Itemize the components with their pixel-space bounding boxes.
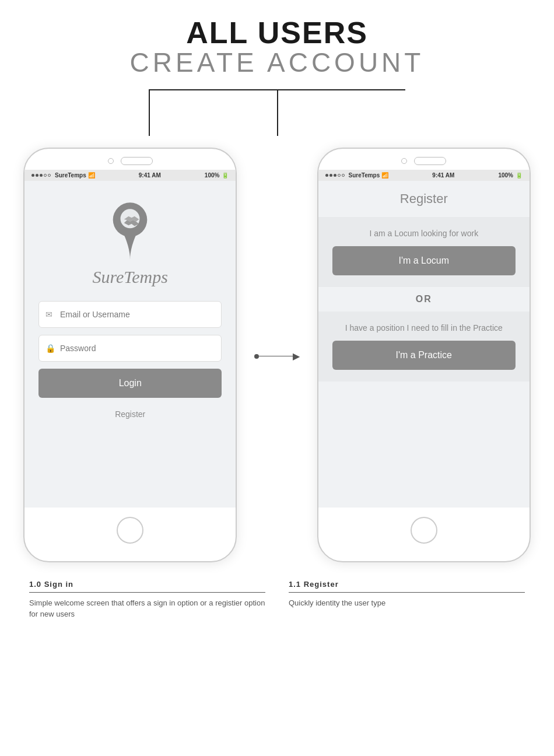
arrow-connector: ▶ bbox=[254, 352, 299, 361]
phone1-time: 9:41 AM bbox=[139, 172, 161, 178]
dot2 bbox=[36, 174, 38, 177]
phone2-status-bar: SureTemps 📶 9:41 AM 100% 🔋 bbox=[318, 170, 530, 181]
phone2-camera bbox=[401, 158, 407, 164]
phone2-status-right: 100% 🔋 bbox=[498, 172, 523, 178]
phone1-top bbox=[24, 149, 236, 170]
bracket-center-line bbox=[277, 89, 278, 136]
password-input-wrapper[interactable]: 🔒 bbox=[38, 335, 222, 362]
phone2-home-area bbox=[318, 508, 530, 555]
phone1-carrier: SureTemps bbox=[55, 172, 86, 178]
phone2-battery-pct: 100% bbox=[498, 172, 513, 178]
phone1-battery-pct: 100% bbox=[205, 172, 220, 178]
bottom-col-2: 1.1 Register Quickly identity the user t… bbox=[289, 580, 525, 620]
arrow-line bbox=[259, 356, 292, 356]
email-input-wrapper[interactable]: ✉ bbox=[38, 301, 222, 328]
login-screen: SureTemps ✉ 🔒 Login Register bbox=[24, 181, 236, 508]
phone1-status-left: SureTemps 📶 bbox=[31, 172, 95, 178]
dot2 bbox=[329, 174, 332, 177]
password-input[interactable] bbox=[38, 335, 222, 362]
login-button[interactable]: Login bbox=[38, 369, 222, 398]
signal-dots2 bbox=[325, 174, 345, 177]
dot4 bbox=[44, 174, 47, 177]
dot5 bbox=[48, 174, 51, 177]
wifi-icon2: 📶 bbox=[381, 172, 388, 178]
phone1-home-area bbox=[24, 508, 236, 555]
header-title-line1: ALL USERS bbox=[0, 18, 554, 48]
phone-login: SureTemps 📶 9:41 AM 100% 🔋 bbox=[23, 148, 237, 562]
locum-desc: I am a Locum looking for work bbox=[369, 229, 478, 238]
bracket-left-line bbox=[149, 89, 150, 136]
dot4 bbox=[338, 174, 341, 177]
phone-register: SureTemps 📶 9:41 AM 100% 🔋 Register I am… bbox=[317, 148, 531, 562]
page-header: ALL USERS CREATE ACCOUNT bbox=[0, 0, 554, 83]
dot1 bbox=[325, 174, 328, 177]
practice-desc: I have a position I need to fill in the … bbox=[345, 323, 503, 332]
register-content: Register I am a Locum looking for work I… bbox=[318, 181, 530, 382]
phone1-camera bbox=[108, 158, 114, 164]
arrow-head-icon: ▶ bbox=[293, 352, 300, 361]
logo-container: SureTemps bbox=[92, 198, 167, 287]
or-text: OR bbox=[416, 294, 432, 304]
arrow-dot-left bbox=[254, 354, 259, 359]
bottom-col2-desc: Quickly identity the user type bbox=[289, 597, 525, 609]
practice-button[interactable]: I'm a Practice bbox=[332, 341, 516, 370]
locum-button[interactable]: I'm a Locum bbox=[332, 246, 516, 275]
email-icon: ✉ bbox=[45, 310, 52, 319]
email-input[interactable] bbox=[38, 301, 222, 328]
phone2-status-left: SureTemps 📶 bbox=[325, 172, 389, 178]
battery-icon: 🔋 bbox=[222, 172, 229, 178]
dot1 bbox=[31, 174, 34, 177]
signal-dots bbox=[31, 174, 51, 177]
locum-section: I am a Locum looking for work I'm a Locu… bbox=[318, 217, 530, 287]
bottom-col2-label: 1.1 Register bbox=[289, 580, 525, 593]
practice-section: I have a position I need to fill in the … bbox=[318, 312, 530, 382]
bottom-col1-label: 1.0 Sign in bbox=[29, 580, 265, 593]
phone2-home-button[interactable] bbox=[411, 517, 437, 544]
phone2-carrier: SureTemps bbox=[349, 172, 380, 178]
dot3 bbox=[40, 174, 43, 177]
logo-icon bbox=[101, 198, 159, 262]
wifi-icon: 📶 bbox=[88, 172, 95, 178]
phone1-speaker bbox=[121, 157, 153, 165]
register-title: Register bbox=[390, 181, 458, 217]
bottom-col1-desc: Simple welcome screen that offers a sign… bbox=[29, 597, 265, 620]
lock-icon: 🔒 bbox=[45, 344, 55, 353]
header-title-line2: CREATE ACCOUNT bbox=[0, 48, 554, 78]
battery-icon2: 🔋 bbox=[516, 172, 523, 178]
phone1-status-bar: SureTemps 📶 9:41 AM 100% 🔋 bbox=[24, 170, 236, 181]
register-screen: Register I am a Locum looking for work I… bbox=[318, 181, 530, 508]
phones-section: SureTemps 📶 9:41 AM 100% 🔋 bbox=[0, 148, 554, 562]
dot3 bbox=[334, 174, 336, 177]
dot5 bbox=[342, 174, 345, 177]
phone2-time: 9:41 AM bbox=[432, 172, 454, 178]
bottom-descriptions: 1.0 Sign in Simple welcome screen that o… bbox=[0, 562, 554, 638]
logo-text: SureTemps bbox=[92, 267, 167, 287]
bracket-decoration bbox=[0, 89, 554, 136]
phone1-home-button[interactable] bbox=[117, 517, 143, 544]
login-content: SureTemps ✉ 🔒 Login Register bbox=[24, 181, 236, 430]
phone1-status-right: 100% 🔋 bbox=[205, 172, 229, 178]
or-divider: OR bbox=[318, 287, 530, 312]
bottom-col-1: 1.0 Sign in Simple welcome screen that o… bbox=[29, 580, 265, 620]
phone2-top bbox=[318, 149, 530, 170]
register-link[interactable]: Register bbox=[115, 410, 145, 419]
phone2-speaker bbox=[414, 157, 446, 165]
